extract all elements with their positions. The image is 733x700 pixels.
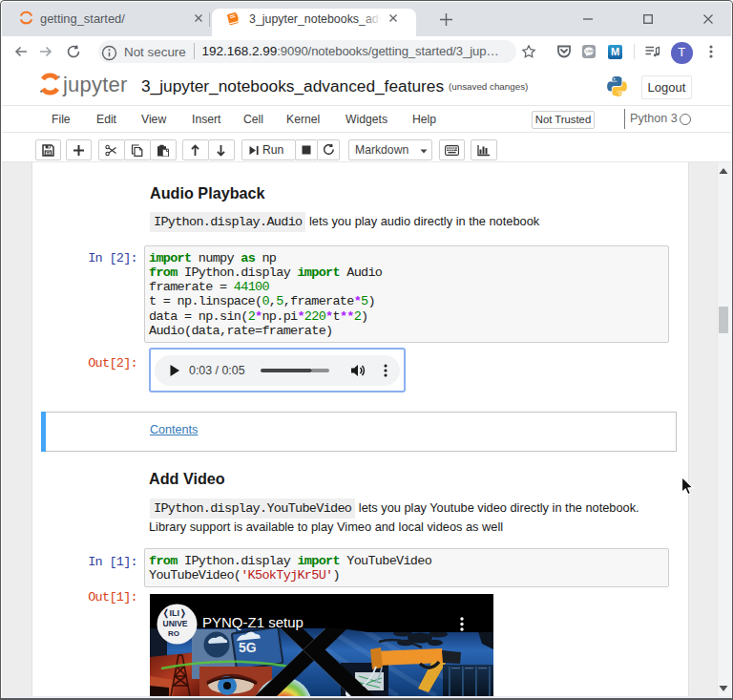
svg-text:RO: RO (168, 629, 179, 638)
svg-text:LINE: LINE (586, 50, 595, 53)
svg-text:5G: 5G (239, 640, 257, 655)
svg-text:❬ILI❭: ❬ILI❭ (162, 608, 187, 619)
svg-text:UNIVE: UNIVE (163, 619, 188, 628)
svg-text:PYNQ-Z1 setup: PYNQ-Z1 setup (202, 614, 304, 630)
